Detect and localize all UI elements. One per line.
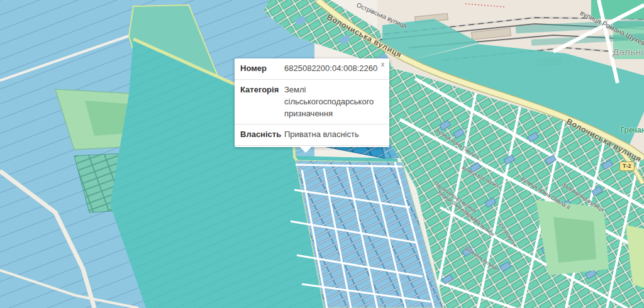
cadastral-map-canvas[interactable]: Острівська вулиця Волочиська вулиця вули… — [0, 0, 644, 308]
parcel-info-popup: x Номер 6825082200:04:008:2260 Категорія… — [235, 58, 389, 147]
popup-value: Приватна власність — [284, 129, 379, 141]
popup-value: Землі сільськогосподарського призначення — [284, 84, 379, 120]
popup-row-ownership: Власність Приватна власність — [235, 124, 389, 146]
popup-row-category: Категорія Землі сільськогосподарського п… — [235, 80, 389, 125]
popup-row-number: Номер 6825082200:04:008:2260 — [235, 58, 389, 80]
popup-close-button[interactable]: x — [379, 60, 387, 70]
popup-label: Власність — [240, 129, 282, 141]
popup-value: 6825082200:04:008:2260 — [284, 63, 379, 75]
popup-label: Номер — [240, 63, 282, 75]
popup-label: Категорія — [240, 84, 282, 120]
road-number-badge: Т-2 — [619, 162, 635, 171]
map-graphics-layer — [0, 0, 644, 308]
popup-pointer-arrow — [300, 147, 311, 153]
